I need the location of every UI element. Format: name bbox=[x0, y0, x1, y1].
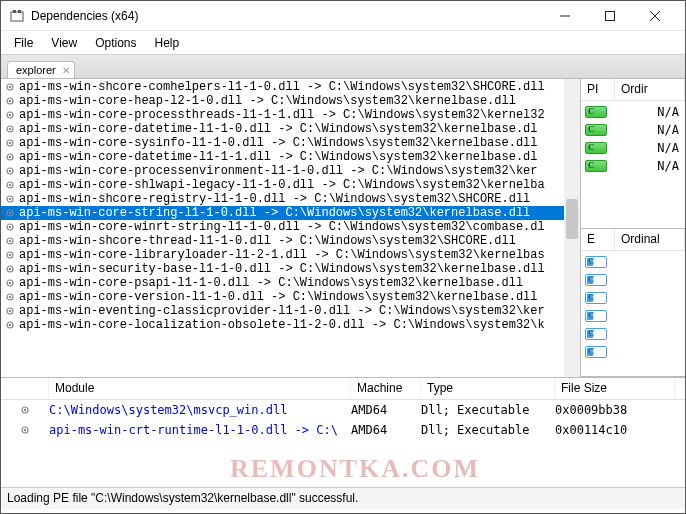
export-row[interactable] bbox=[585, 253, 681, 271]
dependency-row[interactable]: api-ms-win-core-winrt-string-l1-1-0.dll … bbox=[1, 220, 580, 234]
tab-close-icon[interactable]: ✕ bbox=[62, 65, 70, 76]
dependency-path: api-ms-win-shcore-thread-l1-1-0.dll -> C… bbox=[19, 234, 516, 248]
import-row[interactable]: N/A bbox=[585, 139, 681, 157]
dependency-path: api-ms-win-core-winrt-string-l1-1-0.dll … bbox=[19, 220, 545, 234]
export-row[interactable] bbox=[585, 325, 681, 343]
module-icon bbox=[3, 95, 17, 107]
dependency-row[interactable]: api-ms-win-shcore-registry-l1-1-0.dll ->… bbox=[1, 192, 580, 206]
col-machine[interactable]: Machine bbox=[351, 378, 421, 399]
col-type[interactable]: Type bbox=[421, 378, 555, 399]
menubar: File View Options Help bbox=[1, 31, 685, 55]
svg-point-28 bbox=[9, 226, 11, 228]
dependency-row[interactable]: api-ms-win-core-heap-l2-1-0.dll -> C:\Wi… bbox=[1, 94, 580, 108]
dependency-row[interactable]: api-ms-win-core-datetime-l1-1-1.dll -> C… bbox=[1, 150, 580, 164]
module-machine: AMD64 bbox=[351, 403, 421, 417]
c-badge-icon bbox=[585, 328, 607, 340]
module-row[interactable]: C:\Windows\system32\msvcp_win.dllAMD64Dl… bbox=[1, 400, 685, 420]
dependency-row[interactable]: api-ms-win-core-shlwapi-legacy-l1-1-0.dl… bbox=[1, 178, 580, 192]
menu-file[interactable]: File bbox=[5, 33, 42, 53]
import-row[interactable]: N/A bbox=[585, 121, 681, 139]
svg-point-18 bbox=[9, 156, 11, 158]
imports-pane: PI Ordir N/AN/AN/AN/A bbox=[581, 79, 685, 229]
module-icon bbox=[3, 305, 17, 317]
svg-point-40 bbox=[9, 310, 11, 312]
maximize-button[interactable] bbox=[587, 2, 632, 30]
import-value: N/A bbox=[657, 123, 681, 137]
svg-point-44 bbox=[24, 409, 26, 411]
col-icon[interactable] bbox=[1, 378, 49, 399]
dependency-row[interactable]: api-ms-win-shcore-comhelpers-l1-1-0.dll … bbox=[1, 80, 580, 94]
c-badge-icon bbox=[585, 292, 607, 304]
vertical-scrollbar[interactable] bbox=[564, 79, 580, 377]
col-ordinal[interactable]: Ordinal bbox=[615, 229, 685, 250]
exports-pane: E Ordinal bbox=[581, 229, 685, 377]
dependency-row[interactable]: api-ms-win-core-string-l1-1-0.dll -> C:\… bbox=[1, 206, 580, 220]
svg-point-46 bbox=[24, 429, 26, 431]
dependency-row[interactable]: api-ms-win-core-version-l1-1-0.dll -> C:… bbox=[1, 290, 580, 304]
dependency-row[interactable]: api-ms-win-core-libraryloader-l1-2-1.dll… bbox=[1, 248, 580, 262]
module-icon bbox=[3, 123, 17, 135]
dependency-row[interactable]: api-ms-win-core-sysinfo-l1-1-0.dll -> C:… bbox=[1, 136, 580, 150]
module-icon bbox=[3, 207, 17, 219]
modules-pane: Module Machine Type File Size C:\Windows… bbox=[1, 377, 685, 487]
menu-help[interactable]: Help bbox=[146, 33, 189, 53]
import-value: N/A bbox=[657, 105, 681, 119]
menu-options[interactable]: Options bbox=[86, 33, 145, 53]
dependency-row[interactable]: api-ms-win-core-psapi-l1-1-0.dll -> C:\W… bbox=[1, 276, 580, 290]
col-module[interactable]: Module bbox=[49, 378, 351, 399]
dependency-row[interactable]: api-ms-win-core-localization-obsolete-l1… bbox=[1, 318, 580, 332]
dependency-row[interactable]: api-ms-win-core-processthreads-l1-1-1.dl… bbox=[1, 108, 580, 122]
c-badge-icon bbox=[585, 310, 607, 322]
module-icon bbox=[1, 424, 49, 436]
module-icon bbox=[3, 109, 17, 121]
dependency-row[interactable]: api-ms-win-security-base-l1-1-0.dll -> C… bbox=[1, 262, 580, 276]
col-ordir[interactable]: Ordir bbox=[615, 79, 685, 100]
c-badge-icon bbox=[585, 106, 607, 118]
export-row[interactable] bbox=[585, 289, 681, 307]
module-icon bbox=[3, 165, 17, 177]
col-pi[interactable]: PI bbox=[581, 79, 615, 100]
module-row[interactable]: api-ms-win-crt-runtime-l1-1-0.dll -> C:\… bbox=[1, 420, 685, 440]
dependency-row[interactable]: api-ms-win-eventing-classicprovider-l1-1… bbox=[1, 304, 580, 318]
module-path: api-ms-win-crt-runtime-l1-1-0.dll -> C:\ bbox=[49, 423, 351, 437]
svg-rect-4 bbox=[605, 11, 614, 20]
dependency-row[interactable]: api-ms-win-shcore-thread-l1-1-0.dll -> C… bbox=[1, 234, 580, 248]
import-row[interactable]: N/A bbox=[585, 157, 681, 175]
dependency-path: api-ms-win-core-heap-l2-1-0.dll -> C:\Wi… bbox=[19, 94, 516, 108]
module-machine: AMD64 bbox=[351, 423, 421, 437]
minimize-button[interactable] bbox=[542, 2, 587, 30]
module-filesize: 0x0009bb38 bbox=[555, 403, 675, 417]
c-badge-icon bbox=[585, 142, 607, 154]
dependency-path: api-ms-win-security-base-l1-1-0.dll -> C… bbox=[19, 262, 545, 276]
close-button[interactable] bbox=[632, 2, 677, 30]
c-badge-icon bbox=[585, 346, 607, 358]
dependency-row[interactable]: api-ms-win-core-datetime-l1-1-0.dll -> C… bbox=[1, 122, 580, 136]
col-filesize[interactable]: File Size bbox=[555, 378, 675, 399]
menu-view[interactable]: View bbox=[42, 33, 86, 53]
dependency-path: api-ms-win-core-processenvironment-l1-1-… bbox=[19, 164, 537, 178]
export-row[interactable] bbox=[585, 343, 681, 361]
dependency-path: api-ms-win-core-shlwapi-legacy-l1-1-0.dl… bbox=[19, 178, 545, 192]
module-filesize: 0x00114c10 bbox=[555, 423, 675, 437]
window-title: Dependencies (x64) bbox=[31, 9, 542, 23]
svg-point-34 bbox=[9, 268, 11, 270]
dependency-path: api-ms-win-shcore-registry-l1-1-0.dll ->… bbox=[19, 192, 530, 206]
tab-explorer[interactable]: explorer ✕ bbox=[7, 61, 75, 78]
svg-point-12 bbox=[9, 114, 11, 116]
dependency-row[interactable]: api-ms-win-core-processenvironment-l1-1-… bbox=[1, 164, 580, 178]
c-badge-icon bbox=[585, 274, 607, 286]
status-bar: Loading PE file "C:\Windows\system32\ker… bbox=[1, 487, 685, 509]
svg-rect-1 bbox=[13, 10, 16, 13]
export-row[interactable] bbox=[585, 271, 681, 289]
module-path: C:\Windows\system32\msvcp_win.dll bbox=[49, 403, 351, 417]
export-row[interactable] bbox=[585, 307, 681, 325]
module-icon bbox=[3, 277, 17, 289]
module-icon bbox=[3, 263, 17, 275]
import-value: N/A bbox=[657, 159, 681, 173]
c-badge-icon bbox=[585, 124, 607, 136]
import-row[interactable]: N/A bbox=[585, 103, 681, 121]
module-type: Dll; Executable bbox=[421, 403, 555, 417]
module-icon bbox=[3, 179, 17, 191]
tab-label: explorer bbox=[16, 64, 56, 76]
col-e[interactable]: E bbox=[581, 229, 615, 250]
